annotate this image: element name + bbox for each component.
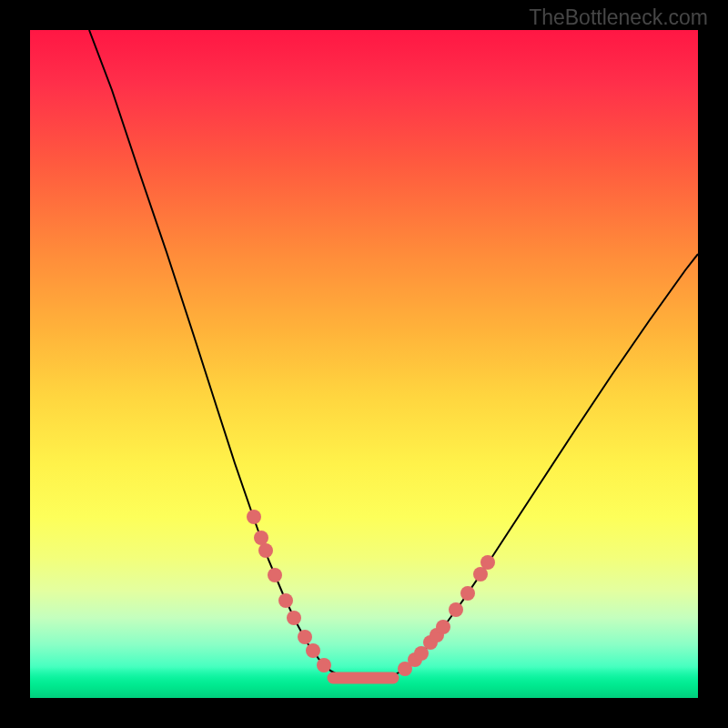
data-dot <box>268 568 282 582</box>
bottleneck-curve <box>89 30 698 682</box>
data-dot <box>460 586 475 601</box>
data-dot <box>254 531 268 545</box>
data-dot <box>287 611 301 625</box>
plot-area <box>30 30 698 698</box>
left-dot-group <box>247 510 331 672</box>
data-dot <box>247 510 261 524</box>
data-dot <box>317 658 331 672</box>
data-dot <box>306 643 320 658</box>
data-dot <box>480 555 495 570</box>
data-dot <box>449 602 463 617</box>
data-dot <box>298 630 312 644</box>
data-dot <box>258 543 273 558</box>
watermark-text: TheBottleneck.com <box>529 5 708 30</box>
data-dot <box>436 620 450 634</box>
right-dot-group <box>398 555 495 676</box>
data-dot <box>278 593 293 608</box>
frame: TheBottleneck.com <box>0 0 728 728</box>
chart-svg <box>30 30 698 698</box>
